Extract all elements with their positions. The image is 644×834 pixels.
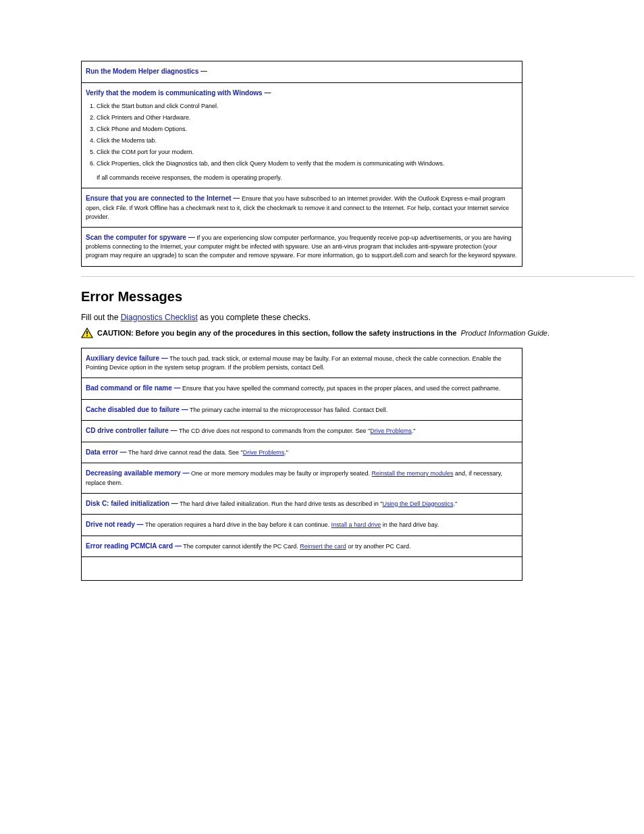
verify-modem-row: Verify that the modem is communicating w… <box>82 82 522 188</box>
caution-strong: CAUTION: Before you begin any of the pro… <box>97 329 456 337</box>
err-cd-drive: CD drive controller failure — The CD dri… <box>82 420 522 442</box>
step-item: Click the COM port for your modem. <box>97 148 518 157</box>
spyware-row: Scan the computer for spyware — If you a… <box>82 227 522 266</box>
step-item: Click the Modems tab. <box>97 136 518 145</box>
internet-connected-row: Ensure that you are connected to the Int… <box>82 188 522 227</box>
err-body-tail: in the hard drive bay. <box>381 521 439 528</box>
reinstall-memory-link[interactable]: Reinstall the memory modules <box>372 470 454 477</box>
err-body: The CD drive does not respond to command… <box>179 427 370 434</box>
section-title: Error Messages <box>81 289 563 305</box>
err-heading: Decreasing available memory — <box>86 469 189 477</box>
err-decreasing-memory: Decreasing available memory — One or mor… <box>82 463 522 493</box>
err-heading: Error reading PCMCIA card — <box>86 542 182 550</box>
verify-modem-heading: Verify that the modem is communicating w… <box>86 89 271 97</box>
lead-prefix: Fill out the <box>81 313 118 322</box>
err-pcmcia: Error reading PCMCIA card — The computer… <box>82 536 522 557</box>
caution-text: CAUTION: Before you begin any of the pro… <box>97 328 549 337</box>
step-item: Click Printers and Other Hardware. <box>97 113 518 122</box>
err-heading: Bad command or file name — <box>86 384 181 392</box>
err-body-tail: ." <box>284 449 288 456</box>
drive-problems-link[interactable]: Drive Problems <box>243 449 285 456</box>
svg-rect-1 <box>86 331 88 334</box>
dell-diagnostics-link[interactable]: Using the Dell Diagnostics <box>382 500 453 507</box>
err-body: The operation requires a hard drive in t… <box>145 521 331 528</box>
caution-guide: Product Information Guide <box>460 329 547 337</box>
verify-modem-steps: Click the Start button and click Control… <box>97 102 518 168</box>
step-result: If all commands receive responses, the m… <box>97 174 518 182</box>
err-body: The hard drive cannot read the data. See… <box>128 449 243 456</box>
caution-row: CAUTION: Before you begin any of the pro… <box>81 328 563 338</box>
diagnostics-checklist-link[interactable]: Diagnostics Checklist <box>121 313 198 322</box>
err-cache-disabled: Cache disabled due to failure — The prim… <box>82 399 522 421</box>
drive-problems-link[interactable]: Drive Problems <box>370 427 412 434</box>
err-disk-c-failed: Disk C: failed initialization — The hard… <box>82 493 522 515</box>
err-heading: CD drive controller failure — <box>86 427 178 434</box>
reinsert-card-link[interactable]: Reinsert the card <box>300 543 346 550</box>
divider <box>81 276 635 277</box>
lead-suffix: as you complete these checks. <box>200 313 311 322</box>
modem-helper-row: Run the Modem Helper diagnostics — <box>82 61 522 82</box>
step-item: Click Properties, click the Diagnostics … <box>97 159 518 168</box>
err-body: The hard drive failed initialization. Ru… <box>180 500 382 507</box>
err-body: The primary cache internal to the microp… <box>190 407 387 413</box>
err-data-error: Data error — The hard drive cannot read … <box>82 442 522 463</box>
err-body: One or more memory modules may be faulty… <box>191 470 372 477</box>
err-body: The computer cannot identify the PC Card… <box>183 543 300 550</box>
spyware-heading: Scan the computer for spyware — <box>86 234 195 241</box>
err-body-tail: ." <box>453 500 457 507</box>
err-row-continued <box>82 556 522 580</box>
modem-box: Run the Modem Helper diagnostics — Verif… <box>81 61 522 267</box>
caution-icon <box>81 328 93 338</box>
err-bad-command: Bad command or file name — Ensure that y… <box>82 377 522 399</box>
internet-connected-heading: Ensure that you are connected to the Int… <box>86 194 240 202</box>
caution-tail: . <box>547 329 549 337</box>
step-item: Click Phone and Modem Options. <box>97 125 518 134</box>
error-messages-table: Auxiliary device failure — The touch pad… <box>81 348 522 581</box>
err-heading: Drive not ready — <box>86 521 144 528</box>
err-body-tail: or try another PC Card. <box>346 543 411 550</box>
err-aux-device: Auxiliary device failure — The touch pad… <box>82 348 522 378</box>
modem-helper-heading: Run the Modem Helper diagnostics — <box>86 68 207 75</box>
err-heading: Disk C: failed initialization — <box>86 500 178 507</box>
err-heading: Cache disabled due to failure — <box>86 406 188 413</box>
page: Run the Modem Helper diagnostics — Verif… <box>0 0 644 608</box>
section-lead: Fill out the Diagnostics Checklist as yo… <box>81 313 563 322</box>
err-heading: Auxiliary device failure — <box>86 355 168 362</box>
err-drive-not-ready: Drive not ready — The operation requires… <box>82 514 522 536</box>
err-body-tail: ." <box>412 427 416 434</box>
err-heading: Data error — <box>86 448 127 456</box>
svg-rect-2 <box>86 335 88 336</box>
install-hard-drive-link[interactable]: Install a hard drive <box>331 521 381 528</box>
err-body: Ensure that you have spelled the command… <box>182 385 500 392</box>
step-item: Click the Start button and click Control… <box>97 102 518 111</box>
